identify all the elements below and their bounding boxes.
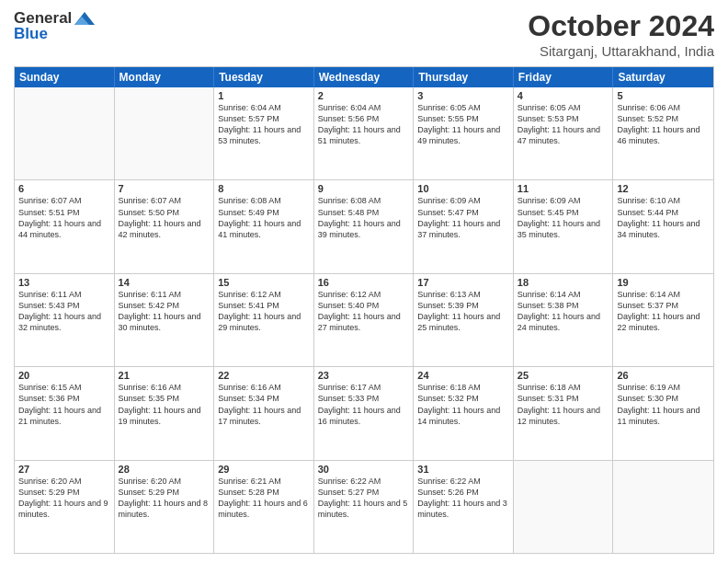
day-number: 23 (318, 370, 410, 381)
day-number: 17 (417, 277, 509, 288)
cell-info: Sunrise: 6:20 AMSunset: 5:29 PMDaylight:… (18, 476, 110, 521)
cell-info: Sunrise: 6:16 AMSunset: 5:35 PMDaylight:… (119, 382, 210, 427)
day-number: 1 (218, 90, 310, 101)
day-number: 29 (218, 464, 310, 475)
location-text: Sitarganj, Uttarakhand, India (528, 43, 714, 59)
cell-info: Sunrise: 6:17 AMSunset: 5:33 PMDaylight:… (318, 382, 410, 427)
cell-info: Sunrise: 6:20 AMSunset: 5:29 PMDaylight:… (119, 476, 210, 521)
cal-cell: 5Sunrise: 6:06 AMSunset: 5:52 PMDaylight… (613, 87, 713, 179)
day-number: 5 (617, 90, 710, 101)
logo-icon (74, 12, 95, 25)
cell-info: Sunrise: 6:22 AMSunset: 5:26 PMDaylight:… (417, 476, 509, 521)
day-number: 10 (417, 183, 509, 194)
cal-cell: 2Sunrise: 6:04 AMSunset: 5:56 PMDaylight… (314, 87, 415, 179)
cal-cell (15, 87, 115, 179)
cell-info: Sunrise: 6:08 AMSunset: 5:49 PMDaylight:… (218, 195, 310, 240)
cal-cell (514, 461, 614, 553)
day-number: 31 (417, 464, 509, 475)
cal-cell: 11Sunrise: 6:09 AMSunset: 5:45 PMDayligh… (514, 180, 614, 272)
cal-cell: 24Sunrise: 6:18 AMSunset: 5:32 PMDayligh… (414, 367, 514, 459)
cell-info: Sunrise: 6:08 AMSunset: 5:48 PMDaylight:… (318, 195, 410, 240)
cal-header-thursday: Thursday (414, 67, 514, 87)
cell-info: Sunrise: 6:12 AMSunset: 5:41 PMDaylight:… (218, 289, 310, 334)
cell-info: Sunrise: 6:22 AMSunset: 5:27 PMDaylight:… (318, 476, 410, 521)
cal-cell (613, 461, 713, 553)
title-block: October 2024 Sitarganj, Uttarakhand, Ind… (528, 9, 714, 59)
cal-cell: 20Sunrise: 6:15 AMSunset: 5:36 PMDayligh… (15, 367, 115, 459)
cal-cell: 18Sunrise: 6:14 AMSunset: 5:38 PMDayligh… (514, 274, 614, 366)
cal-cell: 23Sunrise: 6:17 AMSunset: 5:33 PMDayligh… (314, 367, 415, 459)
day-number: 16 (318, 277, 410, 288)
cell-info: Sunrise: 6:19 AMSunset: 5:30 PMDaylight:… (617, 382, 710, 427)
cell-info: Sunrise: 6:18 AMSunset: 5:31 PMDaylight:… (518, 382, 609, 427)
cell-info: Sunrise: 6:05 AMSunset: 5:53 PMDaylight:… (518, 102, 609, 147)
cal-cell: 13Sunrise: 6:11 AMSunset: 5:43 PMDayligh… (15, 274, 115, 366)
cal-header-saturday: Saturday (613, 67, 713, 87)
calendar: SundayMondayTuesdayWednesdayThursdayFrid… (14, 66, 714, 554)
cell-info: Sunrise: 6:04 AMSunset: 5:56 PMDaylight:… (318, 102, 410, 147)
cal-header-wednesday: Wednesday (314, 67, 415, 87)
cal-row-4: 27Sunrise: 6:20 AMSunset: 5:29 PMDayligh… (15, 460, 713, 553)
cal-cell: 21Sunrise: 6:16 AMSunset: 5:35 PMDayligh… (115, 367, 215, 459)
day-number: 20 (18, 370, 110, 381)
cell-info: Sunrise: 6:18 AMSunset: 5:32 PMDaylight:… (417, 382, 509, 427)
logo-blue-text: Blue (14, 25, 48, 43)
day-number: 19 (617, 277, 710, 288)
day-number: 21 (119, 370, 210, 381)
cell-info: Sunrise: 6:15 AMSunset: 5:36 PMDaylight:… (18, 382, 110, 427)
cal-cell: 15Sunrise: 6:12 AMSunset: 5:41 PMDayligh… (214, 274, 314, 366)
cal-row-1: 6Sunrise: 6:07 AMSunset: 5:51 PMDaylight… (15, 179, 713, 272)
cell-info: Sunrise: 6:16 AMSunset: 5:34 PMDaylight:… (218, 382, 310, 427)
day-number: 7 (119, 183, 210, 194)
month-title: October 2024 (528, 9, 714, 43)
cal-cell: 16Sunrise: 6:12 AMSunset: 5:40 PMDayligh… (314, 274, 415, 366)
cell-info: Sunrise: 6:04 AMSunset: 5:57 PMDaylight:… (218, 102, 310, 147)
day-number: 12 (617, 183, 710, 194)
cal-cell: 8Sunrise: 6:08 AMSunset: 5:49 PMDaylight… (214, 180, 314, 272)
cell-info: Sunrise: 6:07 AMSunset: 5:50 PMDaylight:… (119, 195, 210, 240)
cal-cell: 7Sunrise: 6:07 AMSunset: 5:50 PMDaylight… (115, 180, 215, 272)
cal-cell: 10Sunrise: 6:09 AMSunset: 5:47 PMDayligh… (414, 180, 514, 272)
cal-header-monday: Monday (115, 67, 215, 87)
day-number: 14 (119, 277, 210, 288)
cal-cell: 4Sunrise: 6:05 AMSunset: 5:53 PMDaylight… (514, 87, 614, 179)
day-number: 11 (518, 183, 609, 194)
cell-info: Sunrise: 6:12 AMSunset: 5:40 PMDaylight:… (318, 289, 410, 334)
cal-cell: 25Sunrise: 6:18 AMSunset: 5:31 PMDayligh… (514, 367, 614, 459)
cell-info: Sunrise: 6:06 AMSunset: 5:52 PMDaylight:… (617, 102, 710, 147)
day-number: 24 (417, 370, 509, 381)
day-number: 13 (18, 277, 110, 288)
day-number: 9 (318, 183, 410, 194)
cell-info: Sunrise: 6:11 AMSunset: 5:43 PMDaylight:… (18, 289, 110, 334)
cal-row-3: 20Sunrise: 6:15 AMSunset: 5:36 PMDayligh… (15, 366, 713, 459)
day-number: 26 (617, 370, 710, 381)
header: General Blue October 2024 Sitarganj, Utt… (14, 9, 714, 59)
cal-header-sunday: Sunday (15, 67, 115, 87)
cal-cell: 22Sunrise: 6:16 AMSunset: 5:34 PMDayligh… (214, 367, 314, 459)
day-number: 3 (417, 90, 509, 101)
day-number: 8 (218, 183, 310, 194)
cal-cell: 31Sunrise: 6:22 AMSunset: 5:26 PMDayligh… (414, 461, 514, 553)
day-number: 18 (518, 277, 609, 288)
cal-cell: 6Sunrise: 6:07 AMSunset: 5:51 PMDaylight… (15, 180, 115, 272)
cal-cell: 12Sunrise: 6:10 AMSunset: 5:44 PMDayligh… (613, 180, 713, 272)
cal-cell: 27Sunrise: 6:20 AMSunset: 5:29 PMDayligh… (15, 461, 115, 553)
cal-cell: 9Sunrise: 6:08 AMSunset: 5:48 PMDaylight… (314, 180, 415, 272)
day-number: 25 (518, 370, 609, 381)
calendar-body: 1Sunrise: 6:04 AMSunset: 5:57 PMDaylight… (15, 87, 713, 553)
cal-row-0: 1Sunrise: 6:04 AMSunset: 5:57 PMDaylight… (15, 87, 713, 179)
cal-cell: 29Sunrise: 6:21 AMSunset: 5:28 PMDayligh… (214, 461, 314, 553)
calendar-header: SundayMondayTuesdayWednesdayThursdayFrid… (15, 67, 713, 87)
cell-info: Sunrise: 6:14 AMSunset: 5:37 PMDaylight:… (617, 289, 710, 334)
cal-cell: 3Sunrise: 6:05 AMSunset: 5:55 PMDaylight… (414, 87, 514, 179)
cal-row-2: 13Sunrise: 6:11 AMSunset: 5:43 PMDayligh… (15, 273, 713, 366)
cal-header-friday: Friday (514, 67, 614, 87)
cal-header-tuesday: Tuesday (214, 67, 314, 87)
cell-info: Sunrise: 6:09 AMSunset: 5:45 PMDaylight:… (518, 195, 609, 240)
cell-info: Sunrise: 6:11 AMSunset: 5:42 PMDaylight:… (119, 289, 210, 334)
day-number: 15 (218, 277, 310, 288)
cell-info: Sunrise: 6:14 AMSunset: 5:38 PMDaylight:… (518, 289, 609, 334)
cal-cell: 19Sunrise: 6:14 AMSunset: 5:37 PMDayligh… (613, 274, 713, 366)
logo: General Blue (14, 9, 95, 43)
cal-cell: 30Sunrise: 6:22 AMSunset: 5:27 PMDayligh… (314, 461, 415, 553)
